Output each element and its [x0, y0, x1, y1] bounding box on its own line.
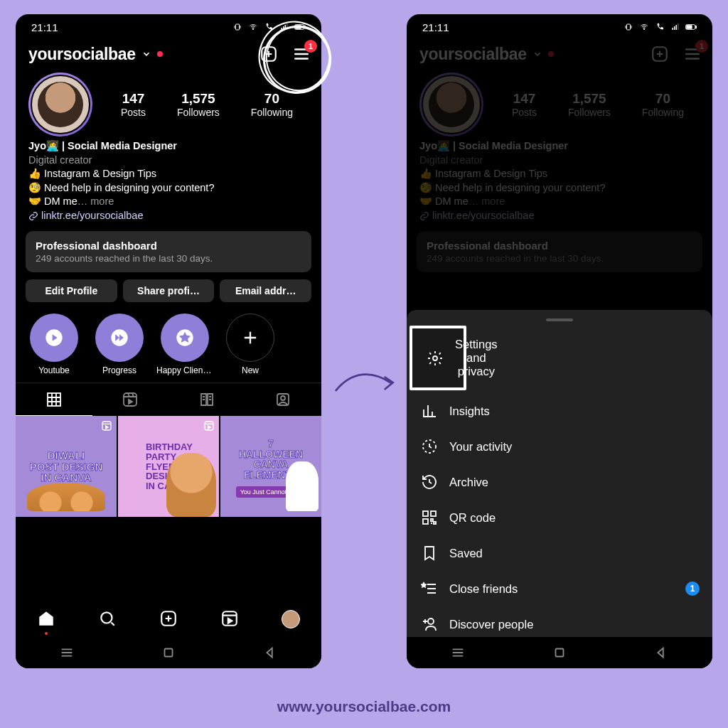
highlight-new[interactable]: New	[222, 314, 279, 375]
link-icon	[28, 211, 38, 221]
highlights-row: Youtube Progress Happy Clients… New	[16, 305, 321, 378]
bio-category: Digital creator	[28, 154, 309, 168]
star-icon	[175, 328, 195, 348]
tab-tagged[interactable]	[245, 383, 322, 416]
menu-archive[interactable]: Archive	[407, 464, 712, 500]
stat-followers[interactable]: 1,575Followers	[177, 91, 220, 118]
add-person-icon	[421, 616, 438, 633]
reels-icon	[122, 391, 139, 408]
phone-wifi-icon	[654, 23, 665, 31]
battery-icon	[294, 23, 306, 31]
professional-dashboard[interactable]: Professional dashboard 249 accounts reac…	[26, 231, 311, 272]
svg-point-24	[643, 28, 644, 29]
post-thumb[interactable]: DIWALI POST DESIGN IN CANVA	[16, 416, 117, 517]
profile-header: yoursocialbae 1	[16, 40, 321, 67]
svg-rect-22	[164, 649, 172, 657]
grid-icon	[46, 391, 63, 408]
gear-icon	[427, 350, 444, 367]
more-link[interactable]: … more	[77, 196, 114, 207]
nav-home[interactable]	[37, 609, 55, 630]
signal-icon	[670, 23, 681, 31]
svg-point-33	[433, 356, 437, 360]
stat-following[interactable]: 70Following	[251, 91, 293, 118]
menu-activity[interactable]: Your activity	[407, 429, 712, 464]
hamburger-menu-button[interactable]: 1	[291, 44, 311, 64]
svg-point-1	[252, 28, 253, 29]
activity-icon	[421, 438, 438, 455]
svg-rect-5	[287, 23, 288, 30]
svg-rect-35	[423, 511, 428, 516]
recent-apps-key[interactable]	[450, 645, 466, 660]
tagged-icon	[274, 391, 291, 408]
back-key[interactable]	[653, 645, 669, 660]
vibrate-icon	[232, 23, 243, 31]
share-profile-button[interactable]: Share profi…	[123, 279, 215, 302]
svg-rect-30	[687, 26, 692, 29]
svg-rect-7	[296, 26, 301, 29]
nav-create[interactable]	[159, 609, 178, 630]
menu-qr[interactable]: QR code	[407, 500, 712, 535]
annotation-arrow	[333, 363, 398, 402]
menu-saved[interactable]: Saved	[407, 535, 712, 571]
svg-rect-23	[627, 24, 631, 30]
highlight-clients[interactable]: Happy Clients…	[156, 314, 213, 375]
nav-profile[interactable]	[282, 610, 300, 628]
post-thumb[interactable]: BIRTHDAY PARTY FLYER DESIGN IN CANVA	[118, 416, 219, 517]
svg-rect-18	[205, 422, 213, 430]
guides-icon	[198, 391, 215, 408]
tab-guides[interactable]	[168, 383, 245, 416]
username[interactable]: yoursocialbae	[28, 45, 136, 64]
svg-rect-36	[431, 511, 436, 516]
plus-square-icon	[259, 45, 278, 63]
home-key[interactable]	[161, 645, 176, 660]
wifi-icon	[638, 23, 650, 31]
nav-search[interactable]	[98, 609, 117, 630]
menu-close-friends[interactable]: Close friends 1	[407, 571, 712, 606]
vibrate-icon	[623, 23, 634, 31]
tab-grid[interactable]	[16, 383, 92, 416]
signal-icon	[279, 23, 290, 31]
footer-url: www.yoursocialbae.com	[0, 698, 728, 715]
svg-rect-8	[304, 26, 305, 28]
profile-tabs	[16, 382, 321, 416]
home-key[interactable]	[552, 645, 567, 660]
stat-posts[interactable]: 147Posts	[121, 91, 146, 118]
bottom-nav	[16, 601, 321, 637]
svg-point-19	[101, 612, 112, 623]
back-key[interactable]	[262, 645, 278, 660]
bio-link[interactable]: linktr.ee/yoursocialbae	[28, 209, 309, 223]
svg-rect-13	[48, 393, 60, 406]
bookmark-icon	[421, 545, 438, 562]
bio-line: 🤝 DM me… more	[28, 195, 309, 209]
phone-wifi-icon	[263, 23, 274, 31]
reels-badge-icon	[101, 420, 112, 432]
nav-reels[interactable]	[220, 609, 239, 630]
svg-rect-27	[676, 25, 678, 30]
reels-icon	[220, 609, 239, 628]
sheet-handle[interactable]	[546, 318, 573, 321]
highlight-progress[interactable]: Progress	[91, 314, 148, 375]
menu-insights[interactable]: Insights	[407, 393, 712, 429]
home-icon	[37, 609, 55, 628]
profile-avatar[interactable]	[28, 73, 92, 136]
status-bar: 21:11	[407, 14, 712, 40]
status-bar: 21:11	[16, 14, 321, 40]
fast-forward-icon	[109, 328, 129, 348]
svg-rect-4	[285, 25, 287, 30]
edit-profile-button[interactable]: Edit Profile	[26, 279, 117, 302]
list-star-icon	[421, 580, 438, 597]
create-button[interactable]	[259, 44, 279, 64]
email-button[interactable]: Email addr…	[220, 279, 311, 302]
svg-rect-25	[673, 28, 674, 30]
stats-row: 147Posts 1,575Followers 70Following	[16, 67, 321, 138]
svg-rect-26	[674, 26, 675, 30]
android-softkeys	[16, 637, 321, 668]
bio-name: Jyo👩‍💻 | Social Media Designer	[28, 139, 309, 154]
recent-apps-key[interactable]	[59, 645, 75, 660]
post-thumb[interactable]: 7 HALLOWEEN CANVA ELEMENTS You Just Cann…	[220, 416, 321, 517]
highlight-youtube[interactable]: Youtube	[26, 314, 82, 375]
bio-line: 🧐 Need help in designing your content?	[28, 181, 309, 196]
android-softkeys	[407, 637, 712, 668]
menu-settings[interactable]: Settings and privacy	[410, 326, 466, 390]
tab-reels[interactable]	[92, 383, 169, 416]
